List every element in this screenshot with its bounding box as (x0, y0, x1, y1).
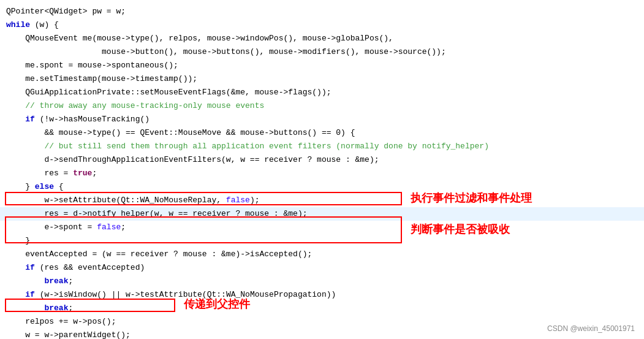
code-line-20: if (res && eventAccepted) (0, 261, 644, 275)
code-text-9: if (!w->hasMouseTracking() (0, 113, 150, 126)
watermark: CSDN @weixin_45001971 (547, 324, 635, 333)
code-line-2: while (w) { (0, 18, 644, 32)
code-line-23: break; (0, 302, 644, 315)
code-text-14: } else { (0, 181, 64, 193)
code-line-15: w->setAttribute(Qt::WA_NoMouseReplay, fa… (0, 194, 644, 207)
code-line-13: res = true; (0, 167, 644, 180)
code-text-11: // but still send them through all appli… (0, 140, 489, 153)
annotation-pass-parent: 传递到父控件 (184, 297, 250, 311)
code-line-21: break; (0, 275, 644, 288)
code-text-18: } (0, 235, 30, 247)
annotation-execute-event: 执行事件过滤和事件处理 (411, 191, 532, 205)
code-line-11: // but still send them through all appli… (0, 140, 644, 153)
code-line-1: QPointer<QWidget> pw = w; (0, 5, 644, 18)
code-line-7: QGuiApplicationPrivate::setMouseEventFla… (0, 86, 644, 99)
code-text-15: w->setAttribute(Qt::WA_NoMouseReplay, fa… (0, 194, 259, 207)
code-text-6: me.setTimestamp(mouse->timestamp()); (0, 73, 197, 85)
code-line-18: } (0, 234, 644, 248)
code-text-23: break; (0, 302, 73, 314)
code-line-4: mouse->button(), mouse->buttons(), mouse… (0, 45, 644, 59)
code-text-20: if (res && eventAccepted) (0, 262, 145, 274)
code-text-4: mouse->button(), mouse->buttons(), mouse… (0, 46, 446, 58)
code-text-1: QPointer<QWidget> pw = w; (0, 6, 126, 18)
code-line-19: eventAccepted = (w == receiver ? mouse :… (0, 248, 644, 261)
code-line-6: me.setTimestamp(mouse->timestamp()); (0, 72, 644, 86)
code-line-14: } else { (0, 180, 644, 194)
code-text-25: w = w->parentWidget(); (0, 329, 131, 339)
code-text-19: eventAccepted = (w == receiver ? mouse :… (0, 248, 312, 261)
code-line-22: if (w->isWindow() || w->testAttribute(Qt… (0, 288, 644, 302)
code-text-7: QGuiApplicationPrivate::setMouseEventFla… (0, 86, 331, 99)
code-text-17: e->spont = false; (0, 221, 126, 234)
code-container: QPointer<QWidget> pw = w; while (w) { QM… (0, 0, 644, 339)
code-line-12: d->sendThroughApplicationEventFilters(w,… (0, 153, 644, 167)
code-text-12: d->sendThroughApplicationEventFilters(w,… (0, 154, 379, 166)
code-text-24: relpos += w->pos(); (0, 316, 116, 328)
code-text-13: res = true; (0, 167, 97, 180)
code-line-10: && mouse->type() == QEvent::MouseMove &&… (0, 126, 644, 140)
code-line-17: e->spont = false; (0, 221, 644, 234)
code-line-9: if (!w->hasMouseTracking() (0, 113, 644, 126)
code-line-3: QMouseEvent me(mouse->type(), relpos, mo… (0, 32, 644, 45)
code-line-8: // throw away any mouse-tracking-only mo… (0, 99, 644, 113)
code-text-22: if (w->isWindow() || w->testAttribute(Qt… (0, 289, 336, 301)
code-text-2: while (w) { (0, 19, 59, 31)
code-line-16: res = d->notify_helper(w, w == receiver … (0, 207, 644, 221)
code-text-10: && mouse->type() == QEvent::MouseMove &&… (0, 127, 355, 139)
code-text-21: break; (0, 275, 73, 288)
code-text-8: // throw away any mouse-tracking-only mo… (0, 100, 264, 112)
code-text-5: me.spont = mouse->spontaneous(); (0, 59, 178, 72)
code-text-16: res = d->notify_helper(w, w == receiver … (0, 208, 307, 220)
code-line-5: me.spont = mouse->spontaneous(); (0, 59, 644, 72)
code-text-3: QMouseEvent me(mouse->type(), relpos, mo… (0, 32, 393, 45)
annotation-check-accepted: 判断事件是否被吸收 (411, 222, 510, 237)
